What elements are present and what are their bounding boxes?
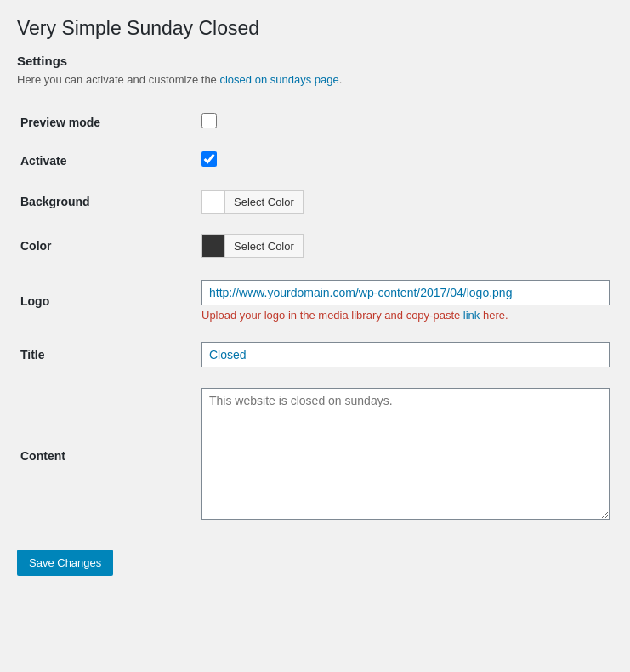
page-title: Very Simple Sunday Closed — [17, 17, 613, 40]
preview-mode-field — [198, 103, 613, 141]
settings-description: Here you can activate and customize the … — [17, 73, 613, 86]
content-field — [198, 378, 613, 532]
title-field — [198, 332, 613, 378]
save-changes-button[interactable]: Save Changes — [17, 550, 113, 576]
background-swatch[interactable] — [201, 190, 225, 214]
settings-heading: Settings — [17, 54, 613, 68]
color-row: Color Select Color — [17, 224, 613, 268]
preview-mode-label: Preview mode — [17, 103, 198, 141]
color-field: Select Color — [198, 224, 613, 268]
content-label: Content — [17, 378, 198, 532]
preview-mode-checkbox[interactable] — [201, 113, 217, 128]
background-row: Background Select Color — [17, 179, 613, 224]
logo-row: Logo Upload your logo in the media libra… — [17, 268, 613, 332]
color-label: Color — [17, 224, 198, 268]
title-row: Title — [17, 332, 613, 378]
activate-label: Activate — [17, 141, 198, 179]
background-field: Select Color — [198, 179, 613, 224]
logo-field: Upload your logo in the media library an… — [198, 268, 613, 332]
settings-table: Preview mode Activate Background Select … — [17, 103, 613, 532]
logo-hint-link[interactable]: link — [463, 309, 480, 322]
description-link[interactable]: closed on sundays page — [219, 73, 338, 86]
logo-label: Logo — [17, 268, 198, 332]
title-label: Title — [17, 332, 198, 378]
activate-field — [198, 141, 613, 179]
content-textarea[interactable] — [201, 388, 610, 520]
background-color-wrapper: Select Color — [201, 190, 610, 214]
title-input[interactable] — [201, 342, 610, 367]
logo-upload-hint: Upload your logo in the media library an… — [201, 309, 610, 322]
background-label: Background — [17, 179, 198, 224]
color-select-color-button[interactable]: Select Color — [225, 234, 304, 258]
preview-mode-row: Preview mode — [17, 103, 613, 141]
activate-row: Activate — [17, 141, 613, 179]
color-swatch[interactable] — [201, 234, 225, 258]
activate-checkbox[interactable] — [201, 151, 217, 167]
color-swatch-wrapper: Select Color — [201, 234, 610, 258]
content-row: Content — [17, 378, 613, 532]
logo-input[interactable] — [201, 280, 610, 305]
background-select-color-button[interactable]: Select Color — [225, 190, 304, 214]
